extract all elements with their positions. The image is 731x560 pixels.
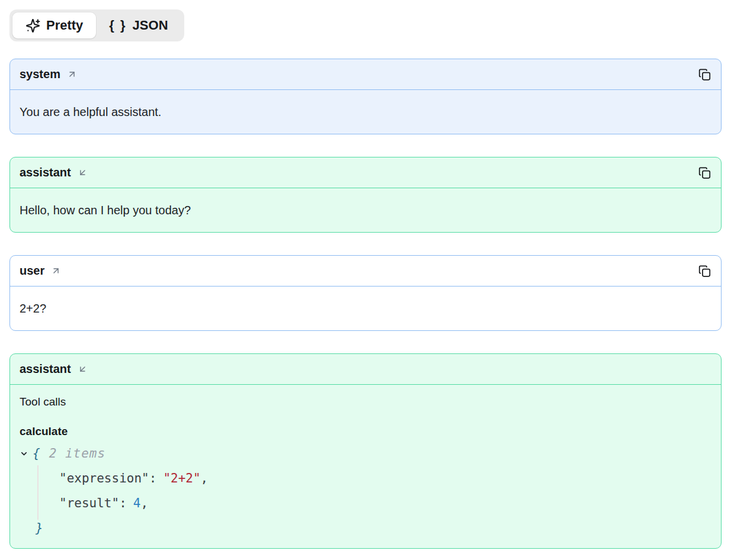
message-card-assistant: assistant Hello, how can I help you toda… bbox=[9, 157, 722, 233]
indent-guide bbox=[37, 465, 39, 520]
arrow-down-left-icon bbox=[78, 168, 88, 178]
copy-button[interactable] bbox=[696, 66, 713, 83]
message-content: 2+2? bbox=[10, 287, 721, 330]
copy-button[interactable] bbox=[696, 164, 713, 181]
json-entry-result: "result": 4 , bbox=[20, 491, 711, 516]
role-label: user bbox=[20, 264, 44, 278]
json-key: "result": bbox=[59, 495, 127, 511]
message-card-assistant-tool-calls: assistant Tool calls calculate { 2 items… bbox=[9, 353, 722, 548]
role-label: system bbox=[20, 67, 60, 81]
json-tree-close-row: } bbox=[20, 516, 711, 541]
collapse-toggle[interactable] bbox=[20, 449, 28, 458]
json-number-value: 4 bbox=[133, 495, 141, 511]
message-card-system: system You are a helpful assistant. bbox=[9, 59, 722, 134]
tab-json[interactable]: { } JSON bbox=[96, 12, 181, 38]
curly-braces-icon: { } bbox=[109, 18, 126, 33]
json-key: "expression": bbox=[59, 471, 156, 487]
tab-json-label: JSON bbox=[133, 18, 168, 33]
tool-name: calculate bbox=[20, 424, 711, 439]
message-content: You are a helpful assistant. bbox=[10, 90, 721, 134]
json-tree-root-row: { 2 items bbox=[20, 442, 711, 466]
message-header: user bbox=[10, 256, 721, 287]
message-header: system bbox=[10, 59, 721, 90]
tab-pretty[interactable]: Pretty bbox=[12, 12, 96, 38]
tool-calls-section: Tool calls calculate { 2 items "expressi… bbox=[10, 385, 721, 548]
message-header: assistant bbox=[10, 157, 721, 188]
message-card-user: user 2+2? bbox=[9, 255, 722, 331]
view-mode-toggle: Pretty { } JSON bbox=[9, 9, 184, 41]
json-entry-expression: "expression": "2+2" , bbox=[20, 466, 711, 491]
arrow-up-right-icon bbox=[67, 69, 77, 79]
json-string-value: "2+2" bbox=[163, 471, 200, 487]
items-count: 2 items bbox=[49, 446, 106, 462]
json-comma: , bbox=[201, 471, 209, 487]
copy-button[interactable] bbox=[696, 262, 713, 279]
message-header: assistant bbox=[10, 354, 721, 385]
tab-pretty-label: Pretty bbox=[46, 18, 83, 33]
message-content: Hello, how can I help you today? bbox=[10, 188, 721, 232]
json-tree: { 2 items "expression": "2+2" , "result"… bbox=[20, 442, 711, 541]
arrow-up-right-icon bbox=[51, 266, 61, 276]
copy-icon bbox=[698, 166, 711, 179]
chevron-down-icon bbox=[20, 449, 28, 458]
arrow-down-left-icon bbox=[78, 364, 88, 374]
sparkles-icon bbox=[25, 18, 40, 33]
role-label: assistant bbox=[20, 166, 71, 179]
role-label: assistant bbox=[20, 362, 71, 376]
json-comma: , bbox=[140, 495, 148, 511]
tool-calls-title: Tool calls bbox=[20, 395, 711, 410]
copy-icon bbox=[698, 265, 711, 277]
open-brace: { bbox=[33, 446, 40, 462]
copy-icon bbox=[698, 68, 711, 81]
close-brace: } bbox=[36, 520, 43, 536]
